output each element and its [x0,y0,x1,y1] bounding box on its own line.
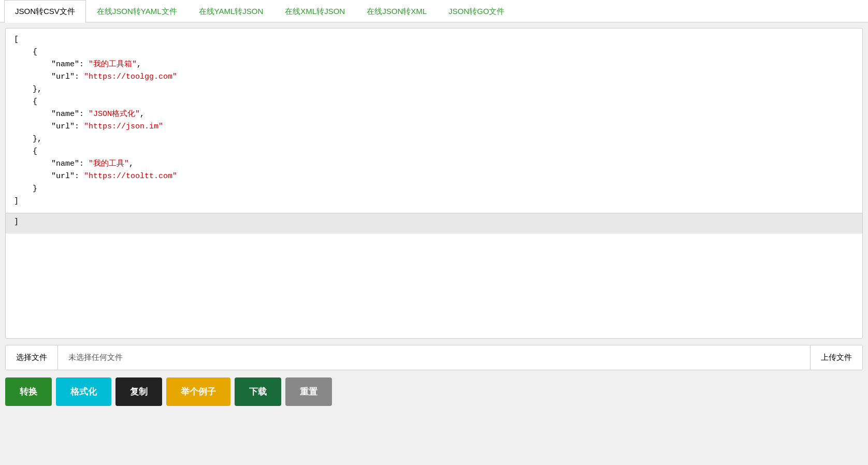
line-2: { [14,46,854,59]
file-name-display: 未选择任何文件 [58,345,810,370]
reset-button[interactable]: 重置 [285,377,332,406]
separator-text: ] [14,217,19,226]
line-8: "url": "https://json.im" [14,121,854,133]
code-lines: [ { "name": "我的工具箱", "url": "https://too… [6,28,862,213]
tab-json-csv[interactable]: JSON转CSV文件 [4,0,86,23]
download-button[interactable]: 下载 [235,377,281,406]
tab-json-go[interactable]: JSON转GO文件 [438,0,515,23]
line-3: "name": "我的工具箱", [14,59,854,71]
line-12: "url": "https://tooltt.com" [14,170,854,183]
copy-button[interactable]: 复制 [115,377,162,406]
code-editor[interactable]: [ { "name": "我的工具箱", "url": "https://too… [5,28,863,339]
line-10: { [14,146,854,158]
file-selector-area: 选择文件 未选择任何文件 上传文件 [5,345,863,370]
tab-yaml-json[interactable]: 在线YAML转JSON [188,0,274,23]
line-4: "url": "https://toolgg.com" [14,71,854,83]
line-13: } [14,183,854,195]
upload-file-button[interactable]: 上传文件 [810,345,862,370]
line-1: [ [14,34,854,46]
choose-file-button[interactable]: 选择文件 [6,345,58,370]
line-14: ] [14,195,854,208]
line-11: "name": "我的工具", [14,158,854,170]
main-content: [ { "name": "我的工具箱", "url": "https://too… [0,23,868,411]
tab-bar: JSON转CSV文件 在线JSON转YAML文件 在线YAML转JSON 在线X… [0,0,868,23]
line-9: }, [14,133,854,146]
convert-button[interactable]: 转换 [5,377,52,406]
action-buttons: 转换 格式化 复制 举个例子 下载 重置 [5,377,863,406]
line-6: { [14,96,854,108]
line-7: "name": "JSON格式化", [14,108,854,121]
tab-json-yaml[interactable]: 在线JSON转YAML文件 [86,0,188,23]
example-button[interactable]: 举个例子 [166,377,230,406]
format-button[interactable]: 格式化 [56,377,111,406]
separator-area: ] [6,213,862,234]
tab-xml-json[interactable]: 在线XML转JSON [274,0,356,23]
line-5: }, [14,83,854,96]
tab-json-xml[interactable]: 在线JSON转XML [356,0,438,23]
